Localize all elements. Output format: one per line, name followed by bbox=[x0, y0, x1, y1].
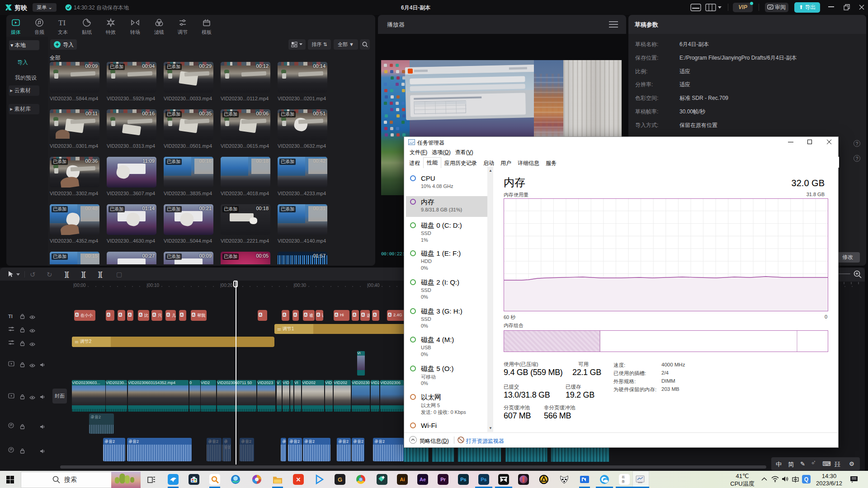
svg-text:剪映: 剪映 bbox=[14, 4, 28, 11]
